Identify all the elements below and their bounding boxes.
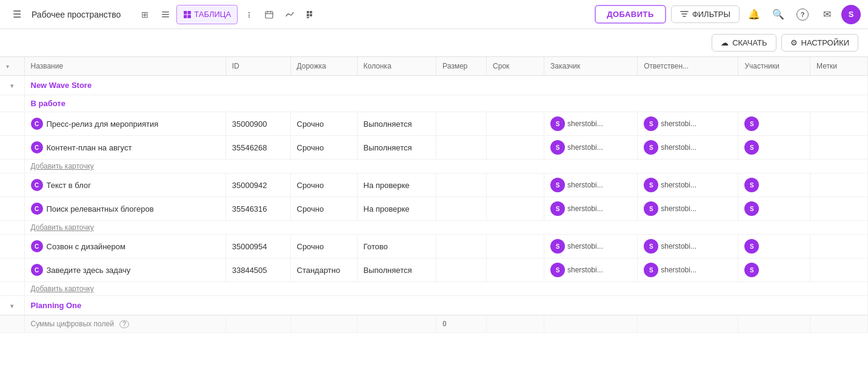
task-part-cell: S — [738, 173, 810, 197]
view-chart-button[interactable] — [280, 5, 299, 24]
table-row[interactable]: C Поиск релевантных блогеров 35546316 Ср… — [0, 197, 868, 221]
task-date-cell — [487, 112, 544, 136]
add-card-row[interactable]: Добавить карточку — [0, 282, 868, 296]
table-row[interactable]: C Текст в блог 35000942 Срочно На провер… — [0, 173, 868, 197]
task-road-cell: Срочно — [290, 235, 357, 258]
row-toggle[interactable] — [0, 235, 24, 258]
col-name-header[interactable]: Название — [24, 57, 225, 76]
table-row[interactable]: C Пресс-релиз для мероприятия 35000900 С… — [0, 112, 868, 136]
task-tags-cell — [810, 136, 868, 160]
footer-size: 0 — [436, 315, 487, 333]
row-toggle[interactable] — [0, 112, 24, 136]
task-icon: C — [31, 240, 43, 252]
task-tags-cell — [810, 197, 868, 221]
view-calendar-button[interactable] — [259, 5, 279, 24]
table-row[interactable]: C Контент-план на август 35546268 Срочно… — [0, 136, 868, 160]
task-id-cell: 33844505 — [225, 258, 290, 282]
task-road-cell: Срочно — [290, 197, 357, 221]
task-name-cell: C Текст в блог — [24, 173, 225, 197]
group-chevron[interactable]: ▾ — [10, 303, 13, 309]
help-button[interactable]: ? — [793, 5, 812, 24]
col-part-header[interactable]: Участники — [738, 57, 810, 76]
footer-id — [225, 315, 290, 333]
task-name-cell: C Заведите здесь задачу — [24, 258, 225, 282]
row-toggle[interactable] — [0, 136, 24, 160]
view-list-button[interactable] — [156, 5, 175, 24]
sums-label: Суммы цифровых полей ? — [24, 315, 225, 333]
view-grid-button[interactable]: ⊞ — [135, 5, 155, 24]
svg-rect-0 — [162, 12, 169, 13]
task-tags-cell — [810, 235, 868, 258]
resp-name: sherstobi... — [661, 266, 696, 274]
col-id-header[interactable]: ID — [225, 57, 290, 76]
task-col-cell: Выполняется — [357, 112, 436, 136]
help-icon: ? — [796, 8, 809, 21]
view-table-button[interactable]: ТАБЛИЦА — [176, 5, 238, 24]
svg-rect-11 — [307, 11, 309, 13]
customer-name: sherstobi... — [567, 242, 603, 251]
resp-avatar: S — [644, 239, 658, 254]
add-card-row[interactable]: Добавить карточку — [0, 221, 868, 235]
task-part-cell: S — [738, 197, 810, 221]
col-date-header[interactable]: Срок — [487, 57, 544, 76]
expand-all-chevron[interactable]: ▾ — [6, 63, 9, 70]
part-avatar: S — [744, 116, 759, 131]
view-more-button[interactable] — [301, 5, 320, 24]
row-toggle[interactable] — [0, 197, 24, 221]
group-chevron[interactable]: ▾ — [10, 82, 13, 89]
filter-button[interactable]: ФИЛЬТРЫ — [671, 5, 739, 23]
download-button[interactable]: ☁ СКАЧАТЬ — [712, 34, 776, 52]
resp-name: sherstobi... — [661, 119, 696, 128]
menu-icon: ☰ — [13, 8, 21, 20]
action-bar: ☁ СКАЧАТЬ ⚙ НАСТРОЙКИ — [0, 29, 868, 57]
task-icon: C — [31, 179, 43, 191]
row-toggle[interactable] — [0, 258, 24, 282]
customer-name: sherstobi... — [567, 143, 603, 152]
customer-name: sherstobi... — [567, 119, 603, 128]
user-avatar[interactable]: S — [841, 5, 861, 24]
subgroup-row: В работе — [0, 95, 868, 112]
resp-avatar: S — [644, 140, 658, 155]
view-options-button[interactable]: ⫶ — [239, 5, 258, 24]
col-size-header[interactable]: Размер — [436, 57, 487, 76]
task-col-cell: Готово — [357, 235, 436, 258]
add-card-row[interactable]: Добавить карточку — [0, 160, 868, 173]
task-id-cell: 35000900 — [225, 112, 290, 136]
col-resp-header[interactable]: Ответствен... — [638, 57, 738, 76]
col-toggle: ▾ — [0, 57, 24, 76]
resp-avatar: S — [644, 263, 658, 277]
add-button[interactable]: ДОБАВИТЬ — [595, 5, 666, 24]
svg-rect-12 — [310, 11, 312, 13]
add-card-label[interactable]: Добавить карточку — [24, 160, 868, 173]
task-customer-cell: S sherstobi... — [544, 112, 638, 136]
task-customer-cell: S sherstobi... — [544, 258, 638, 282]
task-tags-cell — [810, 173, 868, 197]
task-col-cell: Выполняется — [357, 258, 436, 282]
svg-rect-4 — [188, 11, 192, 15]
table-body: ▾ New Wave Store В работе C Пресс-релиз … — [0, 76, 868, 333]
task-icon: C — [31, 118, 43, 130]
col-tags-header[interactable]: Метки — [810, 57, 868, 76]
search-button[interactable]: 🔍 — [769, 5, 788, 24]
mail-button[interactable]: ✉ — [817, 5, 836, 24]
gear-icon: ⚙ — [790, 38, 798, 47]
svg-rect-1 — [162, 14, 169, 15]
col-road-header[interactable]: Дорожка — [290, 57, 357, 76]
col-col-header[interactable]: Колонка — [357, 57, 436, 76]
settings-button[interactable]: ⚙ НАСТРОЙКИ — [781, 34, 858, 52]
row-toggle[interactable] — [0, 173, 24, 197]
download-label: СКАЧАТЬ — [732, 38, 767, 47]
task-name-cell: C Созвон с дизайнером — [24, 235, 225, 258]
table-row[interactable]: C Созвон с дизайнером 35000954 Срочно Го… — [0, 235, 868, 258]
notification-button[interactable]: 🔔 — [744, 5, 764, 24]
menu-button[interactable]: ☰ — [7, 5, 27, 24]
footer-customer — [544, 315, 638, 333]
footer-part — [738, 315, 810, 333]
customer-avatar: S — [550, 178, 565, 192]
add-card-label[interactable]: Добавить карточку — [24, 221, 868, 235]
table-row[interactable]: C Заведите здесь задачу 33844505 Стандар… — [0, 258, 868, 282]
task-customer-cell: S sherstobi... — [544, 197, 638, 221]
col-customer-header[interactable]: Заказчик — [544, 57, 638, 76]
help-circle-icon: ? — [119, 320, 129, 328]
add-card-label[interactable]: Добавить карточку — [24, 282, 868, 296]
